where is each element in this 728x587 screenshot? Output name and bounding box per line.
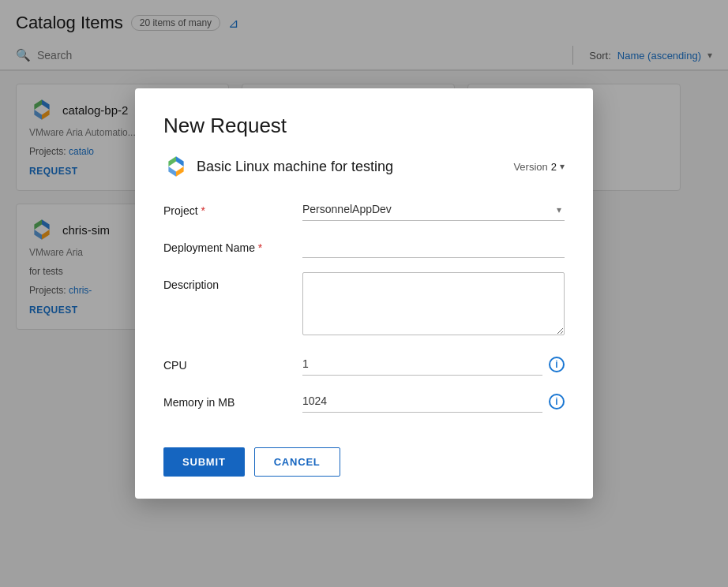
cpu-label: CPU xyxy=(163,353,290,372)
cpu-info-icon[interactable]: i xyxy=(549,357,565,372)
description-label: Description xyxy=(163,272,290,291)
project-required-star: * xyxy=(201,204,205,217)
modal-footer: SUBMIT CANCEL xyxy=(163,435,565,477)
description-control-wrap xyxy=(302,272,565,338)
version-value: 2 xyxy=(551,161,557,173)
deployment-name-control-wrap xyxy=(302,235,565,258)
new-request-modal: New Request Basic Linux machine for test… xyxy=(135,88,593,499)
version-label: Version xyxy=(513,161,547,173)
blueprint-name: Basic Linux machine for testing xyxy=(197,159,393,175)
memory-label: Memory in MB xyxy=(163,390,290,409)
project-label: Project * xyxy=(163,198,290,217)
memory-control-wrap: i xyxy=(302,390,565,413)
svg-marker-17 xyxy=(168,156,176,166)
svg-marker-19 xyxy=(168,166,176,177)
deployment-required-star: * xyxy=(258,241,262,254)
project-select[interactable]: PersonnelAppDev xyxy=(302,198,565,221)
svg-marker-18 xyxy=(176,166,184,177)
modal-title: New Request xyxy=(163,114,565,138)
modal-subtitle-row: Basic Linux machine for testing Version … xyxy=(163,154,565,179)
cpu-input[interactable] xyxy=(302,353,542,376)
project-control-wrap: PersonnelAppDev ▾ xyxy=(302,198,565,221)
modal-overlay: New Request Basic Linux machine for test… xyxy=(0,0,728,587)
project-field-row: Project * PersonnelAppDev ▾ xyxy=(163,198,565,221)
deployment-name-field-row: Deployment Name * xyxy=(163,235,565,258)
deployment-name-input[interactable] xyxy=(302,235,565,258)
submit-button[interactable]: SUBMIT xyxy=(163,447,245,477)
cpu-control-wrap: i xyxy=(302,353,565,376)
memory-field-row: Memory in MB i xyxy=(163,390,565,413)
version-selector[interactable]: Version 2 ▾ xyxy=(513,161,565,173)
cancel-button[interactable]: CANCEL xyxy=(254,447,340,477)
memory-info-icon[interactable]: i xyxy=(549,394,565,409)
cpu-field-row: CPU i xyxy=(163,353,565,376)
memory-input[interactable] xyxy=(302,390,542,413)
deployment-name-label: Deployment Name * xyxy=(163,235,290,254)
description-textarea[interactable] xyxy=(302,272,565,335)
description-field-row: Description xyxy=(163,272,565,338)
version-chevron-icon: ▾ xyxy=(560,161,565,172)
svg-marker-16 xyxy=(176,156,184,166)
blueprint-icon xyxy=(163,154,189,179)
